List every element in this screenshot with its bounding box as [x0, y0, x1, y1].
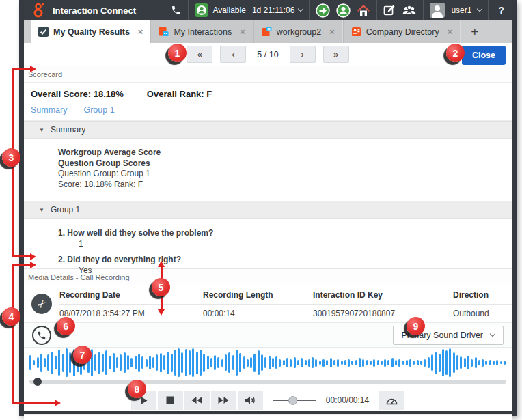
tab-workgroup2[interactable]: workgroup2 × [253, 20, 343, 43]
callout-3-arrow-bottom [30, 253, 36, 260]
rewind-button[interactable] [184, 391, 210, 410]
group1-header-label: Group 1 [51, 205, 80, 214]
group1-link[interactable]: Group 1 [83, 105, 114, 115]
player-controls: 00:00/00:14 [24, 387, 512, 414]
playback-time: 00:00/00:14 [326, 395, 369, 405]
last-page-button[interactable]: » [323, 46, 349, 63]
callout-8: 8 [128, 380, 146, 398]
group1-accordion-header[interactable]: ▼ Group 1 [24, 201, 512, 219]
group1-body: 1. How well did they solve the problem? … [24, 219, 512, 268]
tab-label: Company Directory [366, 27, 439, 37]
direction-value: Outbound [453, 309, 512, 318]
tab-label: My Quality Results [53, 27, 130, 37]
recording-icon-cell: ✂ [24, 294, 59, 314]
add-tab-button[interactable]: + [461, 20, 489, 43]
compose-icon[interactable] [383, 4, 396, 16]
first-page-button[interactable]: « [187, 46, 212, 63]
seek-bar[interactable] [29, 378, 506, 386]
bottom-strip [24, 414, 512, 420]
user-avatar[interactable] [430, 3, 445, 18]
prev-page-button[interactable]: ‹ [220, 46, 246, 63]
screenshot-stage: Interaction Connect Available 1d 21:11:0… [0, 0, 522, 420]
col-interaction-id-key: Interaction ID Key [313, 290, 453, 300]
seek-track[interactable] [29, 380, 506, 384]
callout-4-arrow-bottom [55, 400, 61, 406]
callout-4: 4 [2, 307, 20, 326]
waveform[interactable] [24, 348, 512, 378]
chevron-down-icon[interactable] [477, 6, 482, 12]
summary-line: Workgroup Average Score [58, 148, 512, 158]
scorecard-section-label: Scorecard [24, 66, 512, 83]
tab-close-icon[interactable]: × [329, 27, 335, 37]
chevron-down-icon [490, 331, 495, 336]
header-divider [376, 0, 377, 20]
volume-thumb[interactable] [288, 396, 297, 405]
pagination-row: « ‹ 5 / 10 › » Close [24, 43, 512, 66]
snippet-recording-icon: ✂ [31, 294, 52, 314]
my-status-icon[interactable] [336, 3, 351, 18]
summary-line: Score: 18.18% Rank: F [58, 180, 512, 191]
session-timer-value: 1d 21:11:06 [252, 5, 295, 15]
collapse-icon: ▼ [39, 127, 44, 133]
col-recording-length: Recording Length [203, 290, 313, 300]
callout-4-arrow-top [30, 262, 36, 268]
header-divider [423, 0, 424, 20]
next-page-button[interactable]: › [290, 46, 316, 63]
collapse-icon: ▼ [39, 207, 44, 213]
close-button[interactable]: Close [462, 46, 506, 65]
pagination: « ‹ 5 / 10 › » [187, 46, 348, 63]
overall-score-row: Overall Score: 18.18% Overall Rank: F [24, 83, 512, 100]
callout-4-bracket-vline [12, 264, 14, 404]
callout-3-arrow-top [30, 66, 36, 72]
tab-company-directory[interactable]: Company Directory × [343, 20, 461, 43]
scorecard-section: Scorecard Overall Score: 18.18% Overall … [24, 66, 512, 268]
callout-7: 7 [73, 346, 92, 364]
callout-4-bracket-top [12, 264, 30, 266]
page-indicator: 5 / 10 [257, 50, 278, 59]
username-label[interactable]: user1 [451, 5, 471, 15]
session-timer[interactable]: 1d 21:11:06 [252, 5, 303, 15]
header-divider [188, 0, 189, 20]
callout-5-arrow-down [158, 309, 165, 316]
seek-handle[interactable] [33, 378, 42, 386]
recording-length-value: 00:00:14 [203, 309, 313, 318]
call-type-phone-icon[interactable] [32, 326, 51, 345]
tab-close-icon[interactable]: × [138, 27, 143, 37]
media-details-section: Media Details - Call Recording ✂ Recordi… [24, 268, 512, 420]
callout-3-bracket-top [12, 68, 30, 70]
transport-buttons [131, 391, 263, 410]
answer-1: 1 [58, 238, 512, 255]
col-recording-date: Recording Date [59, 290, 203, 300]
playback-speed-button[interactable] [379, 391, 404, 410]
question-1: 1. How well did they solve the problem? [58, 228, 512, 238]
volume-slider[interactable] [273, 396, 316, 405]
stop-button[interactable] [158, 391, 183, 410]
tab-close-icon[interactable]: × [240, 27, 245, 37]
overall-score: Overall Score: 18.18% [31, 89, 124, 99]
summary-accordion-header[interactable]: ▼ Summary [24, 121, 512, 139]
home-icon[interactable] [357, 4, 370, 17]
summary-line: Question Group: Group 1 [58, 169, 512, 180]
phone-icon[interactable] [171, 5, 182, 16]
genesys-logo-icon [32, 3, 46, 18]
tab-close-icon[interactable]: × [448, 27, 453, 37]
fast-forward-button[interactable] [211, 391, 236, 410]
workgroup-icon [262, 27, 272, 37]
tab-my-quality-results[interactable]: My Quality Results × [31, 20, 150, 43]
recording-columns: Recording Date Recording Length Interact… [59, 286, 512, 322]
tab-my-interactions[interactable]: My Interactions × [150, 20, 253, 43]
callout-5-arrow-up [158, 261, 165, 267]
recording-table-header: Recording Date Recording Length Interact… [59, 286, 512, 305]
callout-6: 6 [57, 317, 75, 335]
status-selector[interactable]: Available [195, 3, 245, 17]
question-2: 2. Did they do everything right? [58, 255, 512, 264]
help-button[interactable]: ? [495, 5, 508, 16]
workgroup-activation-icon[interactable] [316, 3, 330, 18]
volume-icon-button[interactable] [238, 391, 263, 410]
directory-groups-icon[interactable] [402, 5, 417, 16]
callout-3: 3 [2, 148, 20, 167]
directory-icon [351, 27, 361, 37]
summary-link[interactable]: Summary [31, 105, 67, 115]
callout-3-bracket-bottom [12, 255, 30, 257]
recording-table: ✂ Recording Date Recording Length Intera… [24, 285, 512, 322]
